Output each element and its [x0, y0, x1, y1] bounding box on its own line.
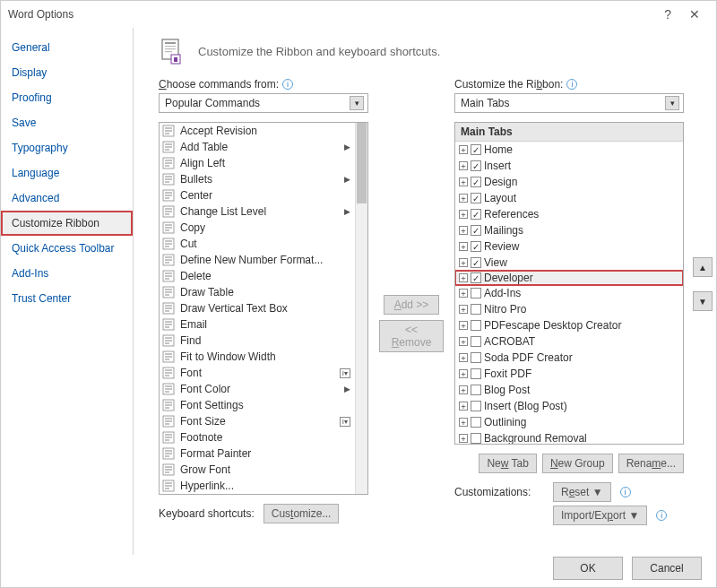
expand-icon[interactable]: + [459, 194, 468, 203]
command-item[interactable]: Change List Level▶ [160, 203, 355, 220]
checkbox[interactable] [471, 417, 481, 428]
ok-button[interactable]: OK [553, 557, 623, 580]
customize-keyboard-button[interactable]: Customize... [263, 504, 340, 523]
new-group-button[interactable]: New Group [542, 454, 613, 473]
expand-icon[interactable]: + [459, 418, 468, 427]
command-item[interactable]: Email [160, 316, 355, 333]
ribbon-tab-developer[interactable]: +✓Developer [454, 270, 684, 286]
checkbox[interactable]: ✓ [471, 272, 481, 283]
sidebar-item-quick-access-toolbar[interactable]: Quick Access Toolbar [1, 236, 133, 261]
command-item[interactable]: Draw Table [160, 284, 355, 300]
sidebar-item-save[interactable]: Save [1, 110, 133, 135]
remove-button[interactable]: << Remove [379, 320, 444, 352]
scrollbar-thumb[interactable] [357, 123, 367, 203]
checkbox[interactable] [471, 368, 481, 379]
new-tab-button[interactable]: New Tab [479, 454, 536, 473]
checkbox[interactable]: ✓ [471, 177, 481, 187]
command-item[interactable]: Delete [160, 268, 355, 284]
checkbox[interactable] [471, 288, 481, 298]
ribbon-tab-view[interactable]: +✓View [455, 255, 683, 271]
checkbox[interactable]: ✓ [471, 209, 481, 220]
command-item[interactable]: Grow Font [160, 462, 355, 478]
expand-icon[interactable]: + [459, 161, 468, 170]
ribbon-tab-outlining[interactable]: +Outlining [455, 414, 683, 430]
checkbox[interactable]: ✓ [471, 193, 481, 203]
sidebar-item-display[interactable]: Display [1, 60, 133, 85]
help-icon[interactable]: i [566, 79, 577, 90]
command-item[interactable]: Footnote [160, 429, 355, 445]
expand-icon[interactable]: + [459, 177, 468, 186]
command-item[interactable]: Define New Number Format... [160, 252, 355, 268]
close-button[interactable]: ✕ [689, 7, 700, 22]
checkbox[interactable]: ✓ [471, 144, 481, 155]
help-icon[interactable]: i [656, 510, 667, 521]
ribbon-tab-pdfescape-desktop-creator[interactable]: +PDFescape Desktop Creator [455, 317, 683, 333]
sidebar-item-general[interactable]: General [1, 35, 133, 60]
expand-icon[interactable]: + [459, 385, 468, 394]
command-item[interactable]: Format Painter [160, 445, 355, 462]
expand-icon[interactable]: + [459, 145, 468, 154]
ribbon-tree[interactable]: Main Tabs +✓Home+✓Insert+✓Design+✓Layout… [454, 122, 684, 445]
checkbox[interactable] [471, 304, 481, 315]
help-button[interactable]: ? [664, 7, 671, 22]
command-item[interactable]: Copy [160, 220, 355, 236]
ribbon-tab-acrobat[interactable]: +ACROBAT [455, 333, 683, 350]
ribbon-tab-references[interactable]: +✓References [455, 206, 683, 222]
cancel-button[interactable]: Cancel [632, 557, 702, 580]
ribbon-tab-design[interactable]: +✓Design [455, 174, 683, 190]
checkbox[interactable] [471, 320, 481, 331]
ribbon-tab-add-ins[interactable]: +Add-Ins [455, 285, 683, 301]
checkbox[interactable] [471, 433, 481, 444]
ribbon-tab-nitro-pro[interactable]: +Nitro Pro [455, 301, 683, 317]
command-item[interactable]: Accept Revision [160, 123, 355, 139]
import-export-dropdown[interactable]: Import/Export ▼ [553, 506, 647, 525]
expand-icon[interactable]: + [459, 353, 468, 362]
command-item[interactable]: Font Settings [160, 397, 355, 413]
ribbon-tab-blog-post[interactable]: +Blog Post [455, 382, 683, 398]
add-button[interactable]: Add >> [384, 295, 439, 315]
ribbon-tab-mailings[interactable]: +✓Mailings [455, 222, 683, 238]
expand-icon[interactable]: + [459, 242, 468, 251]
expand-icon[interactable]: + [459, 337, 468, 346]
command-item[interactable]: Fit to Window Width [160, 349, 355, 365]
ribbon-tab-home[interactable]: +✓Home [455, 142, 683, 158]
ribbon-tab-soda-pdf-creator[interactable]: +Soda PDF Creator [455, 350, 683, 366]
command-item[interactable]: Cut [160, 236, 355, 252]
checkbox[interactable]: ✓ [471, 241, 481, 252]
command-item[interactable]: Font Color▶ [160, 381, 355, 397]
expand-icon[interactable]: + [459, 321, 468, 330]
expand-icon[interactable]: + [459, 258, 468, 267]
ribbon-scope-dropdown[interactable]: Main Tabs ▾ [454, 93, 684, 113]
command-item[interactable]: Center [160, 187, 355, 203]
help-icon[interactable]: i [620, 487, 631, 497]
commands-source-dropdown[interactable]: Popular Commands ▾ [159, 93, 368, 113]
checkbox[interactable]: ✓ [471, 160, 481, 171]
ribbon-tab-layout[interactable]: +✓Layout [455, 190, 683, 206]
sidebar-item-add-ins[interactable]: Add-Ins [1, 261, 133, 286]
command-item[interactable]: Hyperlink... [160, 478, 355, 494]
expand-icon[interactable]: + [459, 210, 468, 219]
expand-icon[interactable]: + [459, 369, 468, 378]
ribbon-tab-review[interactable]: +✓Review [455, 238, 683, 255]
reset-dropdown[interactable]: Reset ▼ [553, 482, 611, 502]
checkbox[interactable]: ✓ [471, 225, 481, 236]
expand-icon[interactable]: + [459, 226, 468, 235]
sidebar-item-proofing[interactable]: Proofing [1, 85, 133, 110]
sidebar-item-language[interactable]: Language [1, 160, 133, 186]
checkbox[interactable]: ✓ [471, 257, 481, 268]
expand-icon[interactable]: + [459, 402, 468, 411]
sidebar-item-customize-ribbon[interactable]: Customize Ribbon [1, 211, 133, 236]
ribbon-tab-insert[interactable]: +✓Insert [455, 158, 683, 174]
command-item[interactable]: Bullets▶ [160, 171, 355, 187]
command-item[interactable]: Draw Vertical Text Box [160, 300, 355, 316]
checkbox[interactable] [471, 401, 481, 411]
expand-icon[interactable]: + [459, 273, 468, 282]
checkbox[interactable] [471, 352, 481, 363]
scrollbar[interactable] [355, 123, 367, 494]
command-item[interactable]: Add Table▶ [160, 139, 355, 155]
command-item[interactable]: Font SizeI▾ [160, 413, 355, 429]
sidebar-item-advanced[interactable]: Advanced [1, 186, 133, 211]
expand-icon[interactable]: + [459, 289, 468, 298]
expand-icon[interactable]: + [459, 434, 468, 443]
help-icon[interactable]: i [282, 79, 293, 90]
